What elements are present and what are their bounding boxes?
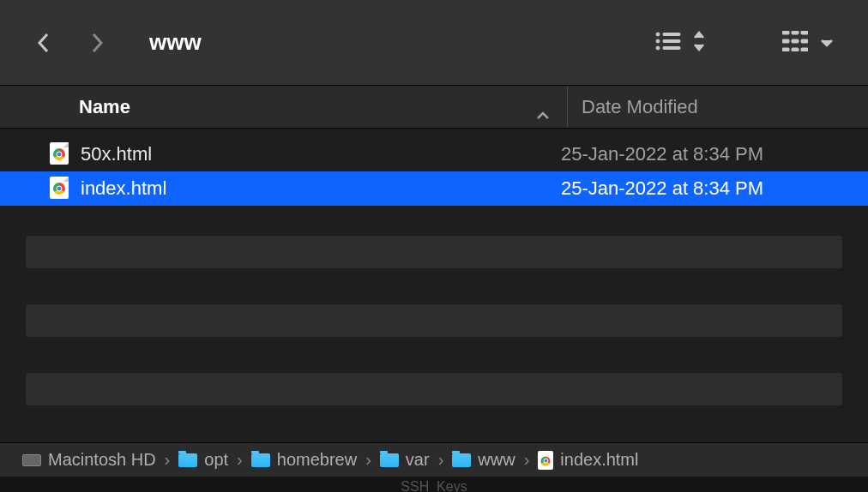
chevron-right-icon: ›	[524, 450, 530, 470]
page-title: www	[149, 29, 202, 56]
file-row[interactable]: index.html 25-Jan-2022 at 8:34 PM	[0, 171, 868, 206]
file-row[interactable]: 50x.html 25-Jan-2022 at 8:34 PM	[0, 137, 868, 171]
svg-rect-9	[782, 39, 789, 43]
nav-arrows	[34, 33, 106, 52]
html-file-icon	[50, 177, 70, 201]
empty-row	[26, 373, 842, 405]
empty-row	[26, 304, 842, 337]
file-date: 25-Jan-2022 at 8:34 PM	[561, 177, 763, 200]
html-file-icon	[538, 451, 553, 470]
svg-rect-13	[792, 48, 799, 51]
breadcrumb-label: var	[406, 450, 430, 470]
chevron-up-down-icon	[693, 31, 705, 55]
breadcrumb-label: www	[478, 450, 515, 470]
breadcrumb-item[interactable]: www	[452, 450, 515, 470]
folder-icon	[380, 453, 399, 467]
view-mode-control[interactable]	[655, 31, 705, 55]
chevron-down-icon	[820, 35, 834, 51]
column-header-name[interactable]: Name	[0, 86, 568, 128]
svg-point-4	[656, 46, 660, 50]
svg-rect-8	[801, 31, 808, 34]
svg-point-0	[656, 33, 660, 36]
file-date: 25-Jan-2022 at 8:34 PM	[561, 143, 763, 165]
path-bar: Macintosh HD › opt › homebrew › var › ww…	[0, 442, 868, 477]
breadcrumb-label: homebrew	[277, 450, 357, 470]
file-list: 50x.html 25-Jan-2022 at 8:34 PM index.ht…	[0, 129, 868, 405]
column-date-label: Date Modified	[582, 96, 698, 117]
breadcrumb-item[interactable]: var	[380, 450, 430, 470]
svg-rect-3	[663, 39, 680, 42]
breadcrumb-label: Macintosh HD	[48, 450, 156, 470]
folder-icon	[178, 453, 197, 467]
folder-icon	[251, 453, 270, 467]
column-header-date[interactable]: Date Modified	[568, 96, 868, 118]
svg-rect-12	[782, 48, 789, 51]
html-file-icon	[50, 142, 70, 166]
back-button[interactable]	[34, 33, 53, 52]
breadcrumb-label: index.html	[560, 450, 638, 470]
svg-rect-11	[801, 39, 808, 43]
chevron-right-icon: ›	[438, 450, 444, 470]
empty-row	[26, 236, 842, 268]
breadcrumb-label: opt	[204, 450, 228, 470]
file-name: index.html	[81, 177, 561, 200]
svg-rect-7	[792, 31, 799, 34]
svg-rect-1	[663, 33, 680, 35]
column-headers: Name Date Modified	[0, 86, 868, 129]
chevron-up-icon	[536, 103, 550, 111]
toolbar-right	[655, 31, 834, 55]
list-icon	[655, 32, 681, 54]
chevron-right-icon: ›	[237, 450, 243, 470]
svg-rect-6	[782, 31, 789, 34]
breadcrumb-item[interactable]: homebrew	[251, 450, 357, 470]
folder-icon	[452, 453, 471, 467]
background-hint-label: SSH_Keys	[401, 479, 467, 492]
breadcrumb-item[interactable]: index.html	[538, 450, 638, 470]
svg-rect-5	[663, 46, 680, 49]
chevron-right-icon: ›	[365, 450, 371, 470]
svg-rect-10	[792, 39, 799, 43]
background-window-hint: SSH_Keys	[0, 477, 868, 492]
toolbar: www	[0, 0, 868, 86]
breadcrumb-item[interactable]: opt	[178, 450, 228, 470]
drive-icon	[22, 454, 41, 466]
breadcrumb-item[interactable]: Macintosh HD	[22, 450, 156, 470]
file-name: 50x.html	[81, 143, 561, 165]
svg-point-2	[656, 39, 660, 43]
forward-button[interactable]	[87, 33, 106, 52]
chevron-right-icon: ›	[165, 450, 171, 470]
column-name-label: Name	[79, 96, 130, 118]
group-control[interactable]	[782, 31, 834, 55]
empty-rows	[0, 236, 868, 405]
svg-rect-14	[801, 48, 808, 51]
grid-group-icon	[782, 31, 808, 55]
